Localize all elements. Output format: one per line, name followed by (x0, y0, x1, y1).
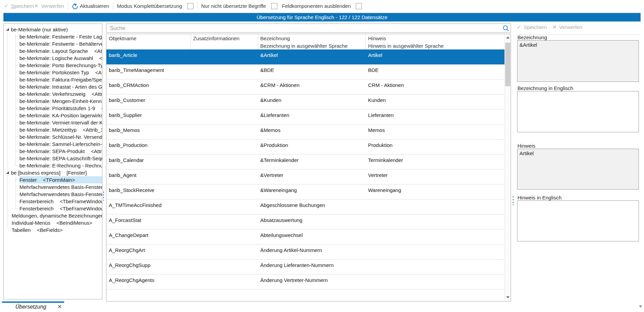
tree-item[interactable]: Meldungen, dynamische Bezeichnungen und … (4, 212, 102, 219)
table-row[interactable]: barib_Production&ProduktionProduktion (106, 139, 505, 154)
untranslated-only-checkbox[interactable] (271, 3, 277, 9)
edit-save-button[interactable]: ✓ Speichern (517, 24, 547, 30)
tree-item[interactable]: be-Merkmale: Festwerte - Behälterverw. d… (4, 40, 102, 47)
table-row[interactable]: barib_StockReceive&WareneingangWareneing… (106, 184, 505, 199)
tree-item[interactable]: Tabellen<BeFields> (4, 226, 102, 234)
tree-item[interactable]: be-Merkmale: Layout Sprache<Attrib_N (4, 47, 102, 55)
tree-item[interactable]: be-Merkmale: Verkehrszweig<Attrib_10 (4, 90, 102, 98)
table-row[interactable]: barib_Article&ArtikelArtikel (106, 49, 505, 64)
app-window: ✓ Speichern ✕ Verwerfen Aktualisieren Mo… (0, 0, 644, 312)
column-header-zusatzinformationen[interactable]: Zusatzinformationen (193, 35, 239, 41)
tree-item[interactable]: be-Merkmale: KA-Position lagerwirksam (4, 112, 102, 119)
tree-item[interactable]: be-Merkmale: Faktura-Freigabe/Sperre (4, 76, 102, 83)
column-header-objektname[interactable]: Objektname (109, 35, 136, 41)
table-row[interactable]: barib_Memos&MemosMemos (106, 124, 505, 139)
table-header: Objektname Zusatzinformationen Bezeichnu… (106, 34, 505, 50)
save-button[interactable]: ✓ Speichern (4, 3, 34, 9)
scrollbar-down-arrow[interactable] (505, 294, 511, 301)
bezeichnung-field[interactable]: &Artikel (517, 40, 639, 82)
table-row[interactable]: A_ChangeDepartAbteilungswechsel (106, 229, 505, 244)
table-cell: A_ReorgChgAgents (109, 277, 154, 283)
tree-item[interactable]: be-Merkmale: Sammel-Lieferschein-Typ (4, 140, 102, 148)
column-header-hinweis[interactable]: Hinweis (368, 35, 386, 41)
search-icon[interactable] (502, 25, 509, 32)
tree-item[interactable]: be-Merkmale: SEPA-Produkt<Attrib_10: (4, 148, 102, 155)
column-subheader-hinweis-sprache[interactable]: Hinweis in ausgewählter Sprache (368, 43, 444, 49)
tree-item[interactable]: be-Merkmale: Schlüssel-Nr. Versend.-Verf (4, 133, 102, 140)
edit-save-label: Speichern (524, 24, 547, 30)
table-row[interactable]: A_ForcastStatAbsatzauswertung (106, 214, 505, 229)
tree-item[interactable]: be-Merkmale: Vermiet-Intervall der KA-Po… (4, 119, 102, 126)
translation-edit-panel: ✓ Speichern ✕ Verwerfen Bezeichnung &Art… (517, 24, 641, 301)
table-row[interactable]: barib_Agent&VertreterVertreter (106, 169, 505, 184)
table-cell: &BDE (260, 67, 274, 73)
table-row[interactable]: barib_TimeManagement&BDEBDE (106, 64, 505, 79)
tree-item[interactable]: be-Merkmale: E-Rechnung - Rechnungstyp (4, 162, 102, 169)
discard-button[interactable]: ✕ Verwerfen (34, 3, 64, 9)
table-row[interactable]: barib_CRMAction&CRM - AktionenCRM - Akti… (106, 79, 505, 94)
full-translation-mode-checkbox[interactable] (187, 3, 193, 9)
tree-item[interactable]: Fenster<TFormMain> (4, 176, 102, 183)
tree-item[interactable]: be-Merkmale: Logische Auswahl<Attrib (4, 55, 102, 62)
toolbar-separator (68, 2, 68, 10)
table-cell: barib_Memos (109, 127, 140, 133)
tree-item[interactable]: Fensterbereich<TbeFrameWindowNavi (4, 198, 102, 205)
table-cell: Absatzauswertung (260, 217, 302, 223)
tree-item-label: Mehrfachverwendetes Basis-Fenster<Tl (19, 191, 102, 198)
table-row[interactable]: barib_Customer&KundenKunden (106, 94, 505, 109)
tree-item-label: Mehrfachverwendetes Basis-Fenster<Tl (19, 183, 102, 191)
scrollbar-thumb[interactable] (505, 43, 510, 86)
table-cell: barib_Production (109, 142, 147, 148)
table-scrollbar[interactable] (504, 34, 511, 301)
tree-item[interactable]: be-Merkmale: SEPA-Lastschrift-Sequenz (4, 155, 102, 162)
table-row[interactable]: A_ReorgChgSuppÄnderung Lieferanten-Numme… (106, 259, 505, 274)
check-icon: ✓ (517, 25, 521, 30)
tree-item[interactable]: Fensterbereich<TbeFrameWindowNavi (4, 205, 102, 212)
tree-item[interactable]: be-Merkmale: Mietzeittyp<Attrib_1023 (4, 126, 102, 133)
hide-field-components-checkbox[interactable] (356, 3, 362, 9)
tree-item[interactable]: be-Merkmale: Prioritätsstufen 1-9<Attr (4, 105, 102, 112)
tree-item[interactable]: be-Merkmale (nur aktive) (4, 26, 102, 33)
tree-item[interactable]: be [business express][Fenster] (4, 169, 102, 176)
hinweis-field[interactable]: Artikel (517, 149, 639, 190)
splitter-grip-right[interactable] (513, 196, 514, 205)
table-cell: Terminkalender (368, 157, 403, 163)
header-divider (258, 34, 258, 49)
table-row[interactable]: A_ReorgChgAgentsÄnderung Vertreter-Numme… (106, 274, 505, 289)
tree-item[interactable]: Mehrfachverwendetes Basis-Fenster<Tl (4, 191, 102, 198)
tree-item[interactable]: be-Merkmale: Festwerte - Feste Lager-Grö (4, 33, 102, 40)
scrollbar-up-arrow[interactable] (505, 34, 511, 41)
translation-table: Objektname Zusatzinformationen Bezeichnu… (106, 34, 511, 301)
table-cell: &Kunden (260, 97, 281, 103)
hinweis-englisch-field[interactable] (517, 200, 639, 241)
refresh-button[interactable]: Aktualisieren (72, 3, 109, 9)
column-header-bezeichnung[interactable]: Bezeichnung (260, 35, 290, 41)
table-cell: Artikel (368, 52, 382, 58)
table-cell: A_TMTimeAccFinished (109, 202, 161, 208)
tab-close-icon[interactable]: ✕ (57, 303, 62, 310)
column-subheader-bezeichnung-sprache[interactable]: Bezeichnung in ausgewählter Sprache (260, 43, 348, 49)
table-row[interactable]: A_ReorgChgArtÄnderung Artikel-Nummern (106, 244, 505, 259)
table-row[interactable]: barib_Supplier&LieferantenLieferanten (106, 109, 505, 124)
corner-dropdown-icon[interactable] (639, 306, 642, 308)
tree-item[interactable]: Mehrfachverwendetes Basis-Fenster<Tl (4, 183, 102, 191)
splitter-grip-left[interactable] (103, 192, 104, 200)
tab-uebersetzung[interactable]: Übersetzung (15, 304, 46, 310)
search-input[interactable] (109, 24, 499, 32)
table-cell: A_ForcastStat (109, 217, 141, 223)
tree-item[interactable]: be-Merkmale: Mengen-Einheit-Kennzeiche (4, 98, 102, 105)
tree-item[interactable]: be-Merkmale: Intrastat - Arten des Gesch… (4, 83, 102, 90)
tree-item[interactable]: be-Merkmale: Portokosten Typ<Attrib_ (4, 69, 102, 76)
table-row[interactable]: A_TMTimeAccFinishedAbgeschlossene Buchun… (106, 199, 505, 214)
tree-item[interactable]: Individual-Menüs<BeIndiMenus> (4, 219, 102, 226)
bezeichnung-englisch-field[interactable] (517, 91, 639, 132)
refresh-icon (72, 3, 77, 9)
bottom-tab-bar: Übersetzung ✕ (0, 301, 644, 312)
tree-item[interactable]: be-Merkmale: Porto Berechnungs-Typ< (4, 62, 102, 69)
table-row[interactable]: barib_Calendar&TerminkalenderTerminkalen… (106, 154, 505, 169)
tree-connector (15, 122, 18, 123)
edit-discard-button[interactable]: ✕ Verwerfen (552, 24, 582, 30)
save-button-label: Speichern (11, 3, 34, 9)
hinweis-label: Hinweis (517, 143, 536, 149)
table-cell: Kunden (368, 97, 386, 103)
